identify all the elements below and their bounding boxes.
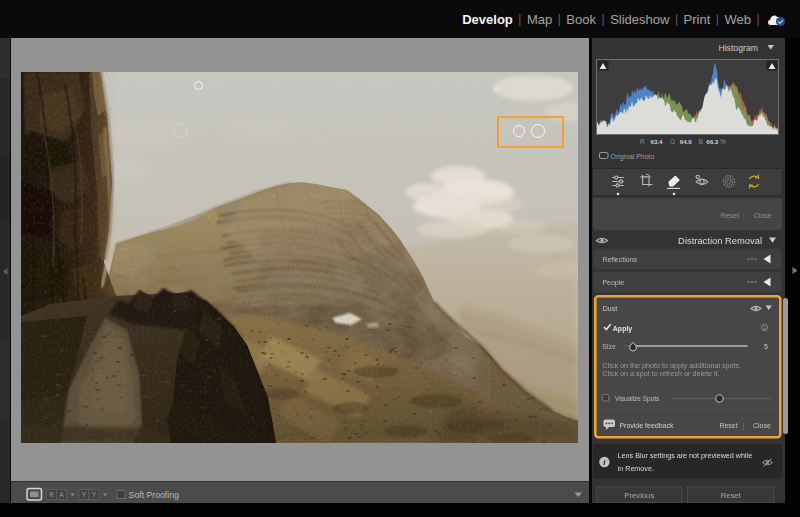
svg-text:Provide feedback: Provide feedback (619, 422, 674, 429)
svg-text:R: R (640, 138, 645, 145)
svg-text:Previous: Previous (624, 491, 654, 500)
svg-text:Soft Proofing: Soft Proofing (129, 490, 179, 500)
svg-text:Y: Y (92, 491, 97, 498)
svg-text:66.3: 66.3 (706, 138, 719, 145)
svg-text:Close: Close (754, 212, 772, 219)
svg-text:G: G (670, 138, 675, 145)
svg-text:Reflections: Reflections (602, 256, 637, 263)
svg-text:A: A (59, 491, 64, 498)
svg-text:Visualize Spots: Visualize Spots (615, 395, 660, 403)
svg-text:Reset: Reset (721, 212, 739, 219)
svg-text:Original Photo: Original Photo (611, 153, 655, 161)
svg-text:People: People (602, 279, 624, 287)
svg-text:|: | (743, 422, 745, 430)
svg-text:Dust: Dust (603, 305, 617, 312)
svg-text:63.4: 63.4 (651, 138, 664, 145)
svg-text:|: | (743, 212, 745, 220)
svg-text:B: B (698, 138, 703, 145)
svg-text:Distraction Removal: Distraction Removal (678, 235, 762, 246)
svg-text:Click on a spot to refresh or: Click on a spot to refresh or delete it. (603, 369, 720, 378)
svg-text:Y: Y (82, 491, 87, 498)
svg-text:Size: Size (602, 343, 616, 350)
svg-text:64.0: 64.0 (680, 138, 693, 145)
svg-text:Reset: Reset (719, 422, 737, 429)
svg-text:Lens Blur settings are not pre: Lens Blur settings are not previewed whi… (618, 451, 753, 460)
svg-text:Reset: Reset (721, 491, 742, 500)
svg-text:5: 5 (764, 343, 768, 350)
svg-text:R: R (49, 491, 54, 498)
svg-text:Histogram: Histogram (718, 43, 758, 53)
svg-text:%: % (720, 138, 726, 145)
svg-text:in Remove.: in Remove. (618, 464, 654, 473)
svg-text:Close: Close (753, 422, 771, 429)
svg-text:Apply: Apply (613, 325, 633, 333)
